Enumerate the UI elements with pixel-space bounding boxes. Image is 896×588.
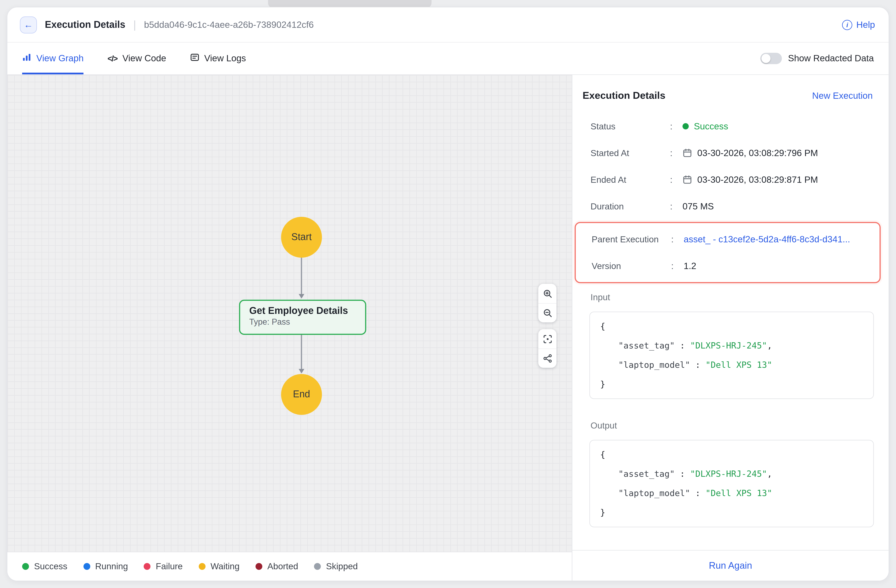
run-again-button[interactable]: Run Again — [572, 550, 888, 580]
node-start[interactable]: Start — [281, 217, 322, 258]
node-subtitle: Type: Pass — [249, 317, 356, 326]
legend-item-aborted: Aborted — [256, 561, 298, 571]
tab-label: View Code — [122, 53, 166, 64]
tab-label: View Graph — [37, 53, 84, 64]
started-at-value: 03-30-2026, 03:08:29:796 PM — [697, 148, 818, 158]
info-icon: i — [842, 20, 852, 30]
arrow-left-icon: ← — [24, 20, 33, 30]
edge-arrowhead — [299, 294, 304, 299]
bar-chart-icon — [22, 53, 31, 64]
tab-bar: View Graph </> View Code View Logs Show … — [8, 43, 888, 75]
legend-dot — [83, 563, 90, 570]
logs-icon — [190, 53, 199, 64]
graph-grid[interactable]: Start Get Employee Details Type: Pass En… — [8, 75, 572, 552]
output-json-viewer: { "asset_tag" : "DLXPS-HRJ-245", "laptop… — [590, 440, 874, 527]
node-start-label: Start — [291, 232, 312, 243]
view-control-group — [538, 329, 556, 368]
legend-item-failure: Failure — [144, 561, 183, 571]
zoom-control-group — [538, 284, 556, 322]
detail-row-duration: Duration : 075 MS — [591, 193, 888, 220]
execution-details-panel: Execution Details New Execution Status :… — [572, 75, 888, 580]
workflow-canvas: Start Get Employee Details Type: Pass En… — [8, 75, 572, 580]
help-label: Help — [856, 20, 875, 30]
edge-task-to-end — [301, 335, 302, 369]
tab-view-graph[interactable]: View Graph — [22, 43, 84, 74]
legend-dot — [314, 563, 321, 570]
version-value: 1.2 — [684, 261, 696, 271]
zoom-out-button[interactable] — [538, 303, 556, 322]
tab-view-logs[interactable]: View Logs — [190, 43, 246, 74]
detail-row-parent-execution: Parent Execution : asset_ - c13cef2e-5d2… — [592, 226, 879, 252]
highlighted-section: Parent Execution : asset_ - c13cef2e-5d2… — [574, 222, 881, 283]
show-redacted-toggle[interactable] — [760, 53, 782, 64]
toggle-label: Show Redacted Data — [788, 53, 874, 64]
duration-value: 075 MS — [683, 201, 714, 211]
detail-row-started-at: Started At : 03-30-2026, 03:08:29:796 PM — [591, 140, 888, 166]
legend-dot — [256, 563, 262, 570]
legend-dot — [22, 563, 29, 570]
legend-item-running: Running — [83, 561, 128, 571]
auto-layout-button[interactable] — [538, 348, 556, 368]
detail-row-version: Version : 1.2 — [592, 252, 879, 279]
code-icon: </> — [108, 54, 117, 63]
zoom-in-button[interactable] — [538, 284, 556, 303]
back-button[interactable]: ← — [20, 16, 37, 33]
ended-at-value: 03-30-2026, 03:08:29:871 PM — [697, 175, 818, 185]
legend-dot — [144, 563, 151, 570]
title-divider: | — [133, 18, 136, 31]
legend-dot — [198, 563, 205, 570]
execution-id: b5dda046-9c1c-4aee-a26b-738902412cf6 — [144, 20, 314, 30]
output-label: Output — [591, 421, 888, 431]
node-title: Get Employee Details — [249, 305, 356, 317]
help-button[interactable]: i Help — [842, 20, 875, 30]
detail-row-ended-at: Ended At : 03-30-2026, 03:08:29:871 PM — [591, 166, 888, 193]
panel-title: Execution Details — [582, 90, 666, 102]
status-dot — [683, 123, 689, 129]
detail-row-status: Status : Success — [591, 113, 888, 140]
edge-arrowhead — [299, 369, 304, 374]
tab-view-code[interactable]: </> View Code — [108, 43, 166, 74]
toggle-knob — [761, 54, 770, 63]
input-json-viewer: { "asset_tag" : "DLXPS-HRJ-245", "laptop… — [590, 311, 874, 399]
app-window: ← Execution Details | b5dda046-9c1c-4aee… — [7, 7, 889, 581]
node-end[interactable]: End — [281, 374, 322, 415]
node-end-label: End — [293, 389, 310, 400]
legend-item-success: Success — [22, 561, 67, 571]
fit-view-button[interactable] — [538, 329, 556, 348]
page-title: Execution Details — [45, 19, 125, 30]
input-label: Input — [591, 292, 888, 302]
parent-execution-link[interactable]: asset_ - c13cef2e-5d2a-4ff6-8c3d-d341... — [684, 234, 850, 245]
tab-label: View Logs — [204, 53, 246, 64]
edge-start-to-task — [301, 258, 302, 294]
panel-body: Status : Success Started At : — [572, 113, 888, 550]
calendar-icon — [683, 175, 692, 184]
new-execution-link[interactable]: New Execution — [812, 91, 873, 101]
node-get-employee-details[interactable]: Get Employee Details Type: Pass — [239, 300, 366, 335]
legend-item-waiting: Waiting — [198, 561, 239, 571]
status-legend: Success Running Failure Waiting — [8, 552, 572, 580]
header: ← Execution Details | b5dda046-9c1c-4aee… — [8, 8, 888, 43]
calendar-icon — [683, 148, 692, 158]
status-value: Success — [694, 121, 728, 132]
legend-item-skipped: Skipped — [314, 561, 358, 571]
